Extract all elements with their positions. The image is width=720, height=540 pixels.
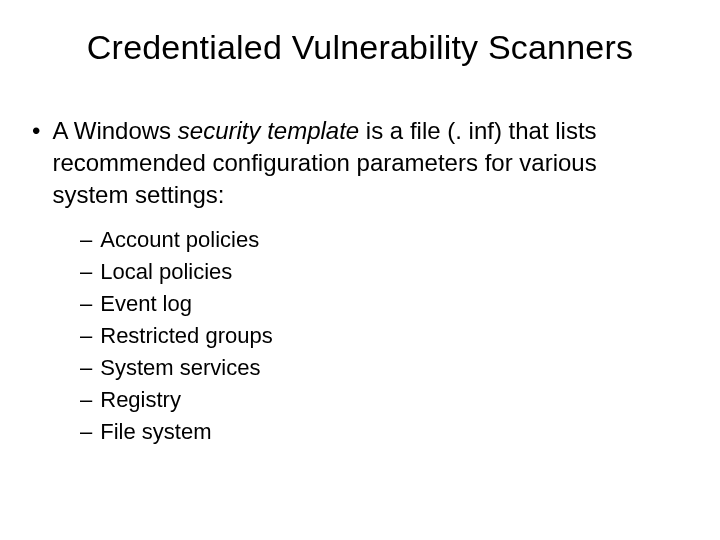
dash-icon: – (80, 385, 92, 415)
dash-icon: – (80, 289, 92, 319)
dash-icon: – (80, 417, 92, 447)
bullet-icon: • (32, 115, 40, 147)
sub-list: – Account policies – Local policies – Ev… (80, 225, 670, 447)
list-item: – Restricted groups (80, 321, 670, 351)
dash-icon: – (80, 225, 92, 255)
dash-icon: – (80, 257, 92, 287)
list-item: – Local policies (80, 257, 670, 287)
list-item-label: Account policies (100, 225, 259, 255)
dash-icon: – (80, 353, 92, 383)
main-bullet-pre: A Windows (52, 117, 177, 144)
slide-title: Credentialed Vulnerability Scanners (50, 28, 670, 67)
list-item-label: Registry (100, 385, 181, 415)
main-bullet-italic: security template (178, 117, 359, 144)
list-item: – Event log (80, 289, 670, 319)
list-item-label: Restricted groups (100, 321, 272, 351)
list-item-label: System services (100, 353, 260, 383)
main-bullet: • A Windows security template is a file … (50, 115, 670, 211)
dash-icon: – (80, 321, 92, 351)
list-item: – System services (80, 353, 670, 383)
list-item-label: File system (100, 417, 211, 447)
list-item-label: Local policies (100, 257, 232, 287)
list-item: – Account policies (80, 225, 670, 255)
main-bullet-text: A Windows security template is a file (.… (52, 115, 670, 211)
list-item: – Registry (80, 385, 670, 415)
list-item-label: Event log (100, 289, 192, 319)
list-item: – File system (80, 417, 670, 447)
